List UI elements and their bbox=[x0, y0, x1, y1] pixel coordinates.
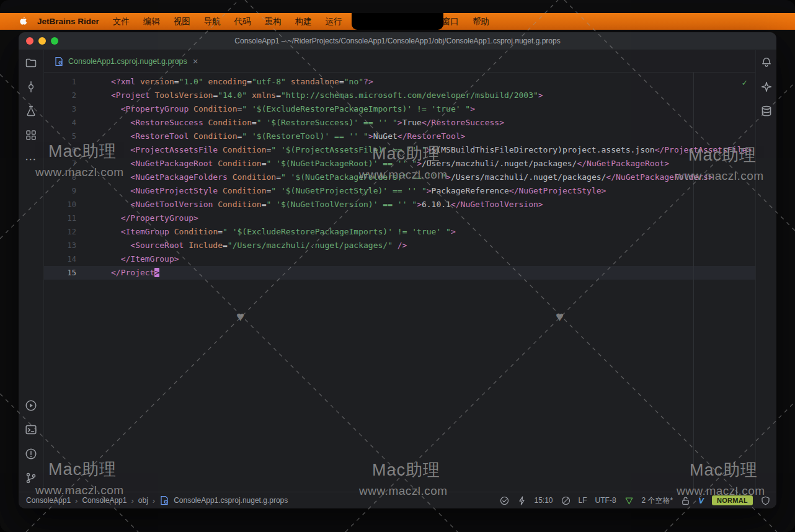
code-text: <NuGetPackageRoot Condition=" '$(NuGetPa… bbox=[81, 157, 669, 171]
camera-notch bbox=[352, 13, 443, 30]
code-text: <ProjectAssetsFile Condition=" '$(Projec… bbox=[81, 143, 752, 157]
code-line-12[interactable]: 12 <ItemGroup Condition=" '$(ExcludeRest… bbox=[44, 225, 755, 239]
line-number[interactable]: 7 bbox=[44, 157, 81, 171]
indent-setting[interactable]: 2 个空格* bbox=[642, 495, 673, 506]
line-number[interactable]: 10 bbox=[44, 198, 81, 211]
code-text: <Project ToolsVersion="14.0" xmlns="http… bbox=[81, 89, 543, 102]
screen: JetBrains Rider 文件 编辑 视图 导航 代码 重构 构建 运行 … bbox=[0, 0, 795, 532]
vim-mode-badge[interactable]: NORMAL bbox=[712, 495, 753, 505]
line-number[interactable]: 6 bbox=[44, 143, 81, 157]
line-number[interactable]: 4 bbox=[44, 116, 81, 130]
editor[interactable]: ✓ 1<?xml version="1.0" encoding="utf-8" … bbox=[44, 73, 755, 492]
code-line-14[interactable]: 14 </ItemGroup> bbox=[44, 252, 755, 266]
line-ending[interactable]: LF bbox=[579, 496, 587, 505]
code-line-4[interactable]: 4 <RestoreSuccess Condition=" '$(Restore… bbox=[44, 116, 755, 130]
right-activity-bar bbox=[755, 50, 776, 492]
privacy-shield-icon[interactable] bbox=[761, 496, 770, 505]
menu-item-help[interactable]: 帮助 bbox=[466, 16, 496, 27]
menubar-right: 窗口 帮助 bbox=[435, 16, 496, 27]
block-caret: > bbox=[154, 268, 159, 277]
menu-item-run[interactable]: 运行 bbox=[319, 16, 349, 27]
notifications-bell-icon[interactable] bbox=[760, 56, 773, 69]
line-number[interactable]: 3 bbox=[44, 102, 81, 116]
code-line-5[interactable]: 5 <RestoreTool Condition=" '$(RestoreToo… bbox=[44, 130, 755, 143]
code-lines: 1<?xml version="1.0" encoding="utf-8" st… bbox=[44, 75, 755, 280]
line-number[interactable]: 14 bbox=[44, 252, 81, 266]
breadcrumb-project[interactable]: ConsoleApp1 bbox=[26, 496, 71, 505]
close-window-button[interactable] bbox=[26, 37, 33, 45]
problems-icon[interactable] bbox=[25, 448, 37, 460]
breadcrumb-file[interactable]: ConsoleApp1.csproj.nuget.g.props bbox=[174, 496, 288, 505]
code-line-10[interactable]: 10 <NuGetToolVersion Condition=" '$(NuGe… bbox=[44, 198, 755, 211]
commit-icon[interactable] bbox=[25, 81, 37, 93]
inspections-ok-icon[interactable]: ✓ bbox=[742, 78, 747, 87]
line-number[interactable]: 12 bbox=[44, 225, 81, 239]
file-encoding[interactable]: UTF-8 bbox=[595, 496, 616, 505]
green-triangle-icon[interactable] bbox=[624, 496, 634, 505]
editor-column: ConsoleApp1.csproj.nuget.g.props × ✓ 1<?… bbox=[44, 50, 755, 492]
status-bar: ConsoleApp1 › ConsoleApp1 › obj › Consol… bbox=[19, 492, 776, 508]
unlock-icon[interactable] bbox=[681, 496, 690, 505]
code-line-11[interactable]: 11 </PropertyGroup> bbox=[44, 211, 755, 225]
tab-consoleapp1-props[interactable]: ConsoleApp1.csproj.nuget.g.props × bbox=[48, 50, 206, 72]
more-tools-icon[interactable]: ⋯ bbox=[25, 153, 37, 166]
breadcrumb-obj[interactable]: obj bbox=[138, 496, 148, 505]
menu-item-window[interactable]: 窗口 bbox=[435, 16, 466, 27]
line-number[interactable]: 1 bbox=[44, 75, 81, 89]
tab-label: ConsoleApp1.csproj.nuget.g.props bbox=[68, 57, 187, 66]
line-number[interactable]: 15 bbox=[44, 266, 81, 280]
code-line-8[interactable]: 8 <NuGetPackageFolders Condition=" '$(Nu… bbox=[44, 171, 755, 184]
code-line-7[interactable]: 7 <NuGetPackageRoot Condition=" '$(NuGet… bbox=[44, 157, 755, 171]
code-line-2[interactable]: 2<Project ToolsVersion="14.0" xmlns="htt… bbox=[44, 89, 755, 102]
minimize-window-button[interactable] bbox=[38, 37, 46, 45]
code-line-13[interactable]: 13 <SourceRoot Include="/Users/maczhuli/… bbox=[44, 239, 755, 252]
zoom-window-button[interactable] bbox=[51, 37, 58, 45]
ideavim-icon[interactable]: V bbox=[698, 496, 704, 505]
code-line-1[interactable]: 1<?xml version="1.0" encoding="utf-8" st… bbox=[44, 75, 755, 89]
menu-item-edit[interactable]: 编辑 bbox=[136, 16, 167, 27]
props-file-icon bbox=[159, 495, 169, 505]
modules-grid-icon[interactable] bbox=[25, 129, 37, 141]
statusbar-widgets: 15:10 LF UTF-8 2 个空格* V NORMAL bbox=[500, 495, 770, 506]
line-number[interactable]: 11 bbox=[44, 211, 81, 225]
line-number[interactable]: 9 bbox=[44, 184, 81, 198]
code-text: </Project> bbox=[81, 266, 159, 280]
code-line-3[interactable]: 3 <PropertyGroup Condition=" '$(ExcludeR… bbox=[44, 102, 755, 116]
git-branch-icon[interactable] bbox=[25, 472, 37, 484]
apple-menu-icon[interactable] bbox=[11, 16, 30, 27]
tests-flask-icon[interactable] bbox=[25, 105, 37, 117]
code-line-9[interactable]: 9 <NuGetProjectStyle Condition=" '$(NuGe… bbox=[44, 184, 755, 198]
code-text: <SourceRoot Include="/Users/maczhuli/.nu… bbox=[81, 239, 407, 252]
caret-position[interactable]: 15:10 bbox=[535, 496, 553, 505]
menu-app-name[interactable]: JetBrains Rider bbox=[30, 17, 106, 26]
database-icon[interactable] bbox=[760, 105, 773, 117]
titlebar[interactable]: ConsoleApp1 – ~/RiderProjects/ConsoleApp… bbox=[19, 32, 776, 50]
slashed-circle-icon[interactable] bbox=[561, 496, 571, 505]
left-activity-bar: ⋯ bbox=[19, 50, 44, 492]
menu-item-navigate[interactable]: 导航 bbox=[197, 16, 228, 27]
terminal-icon[interactable] bbox=[25, 423, 37, 436]
code-text: <ItemGroup Condition=" '$(ExcludeRestore… bbox=[81, 225, 456, 239]
code-text: <NuGetProjectStyle Condition=" '$(NuGetP… bbox=[81, 184, 606, 198]
tab-close-icon[interactable]: × bbox=[192, 56, 200, 66]
line-number[interactable]: 2 bbox=[44, 89, 81, 102]
menu-item-file[interactable]: 文件 bbox=[106, 16, 136, 27]
run-icon[interactable] bbox=[25, 399, 37, 412]
project-folder-icon[interactable] bbox=[25, 56, 37, 69]
lightning-icon[interactable] bbox=[517, 496, 526, 505]
menu-item-refactor[interactable]: 重构 bbox=[258, 16, 288, 27]
breadcrumb-consoleapp1[interactable]: ConsoleApp1 bbox=[82, 496, 127, 505]
tab-bar: ConsoleApp1.csproj.nuget.g.props × bbox=[44, 50, 755, 73]
inspection-check-icon[interactable] bbox=[500, 496, 509, 505]
menu-item-build[interactable]: 构建 bbox=[288, 16, 319, 27]
code-line-15[interactable]: 15</Project> bbox=[44, 266, 755, 280]
code-text: <PropertyGroup Condition=" '$(ExcludeRes… bbox=[81, 102, 475, 116]
code-text: <NuGetToolVersion Condition=" '$(NuGetTo… bbox=[81, 198, 543, 211]
line-number[interactable]: 13 bbox=[44, 239, 81, 252]
menu-item-code[interactable]: 代码 bbox=[228, 16, 258, 27]
ai-assistant-icon[interactable] bbox=[760, 81, 773, 93]
line-number[interactable]: 8 bbox=[44, 171, 81, 184]
code-line-6[interactable]: 6 <ProjectAssetsFile Condition=" '$(Proj… bbox=[44, 143, 755, 157]
line-number[interactable]: 5 bbox=[44, 130, 81, 143]
menu-item-view[interactable]: 视图 bbox=[167, 16, 197, 27]
